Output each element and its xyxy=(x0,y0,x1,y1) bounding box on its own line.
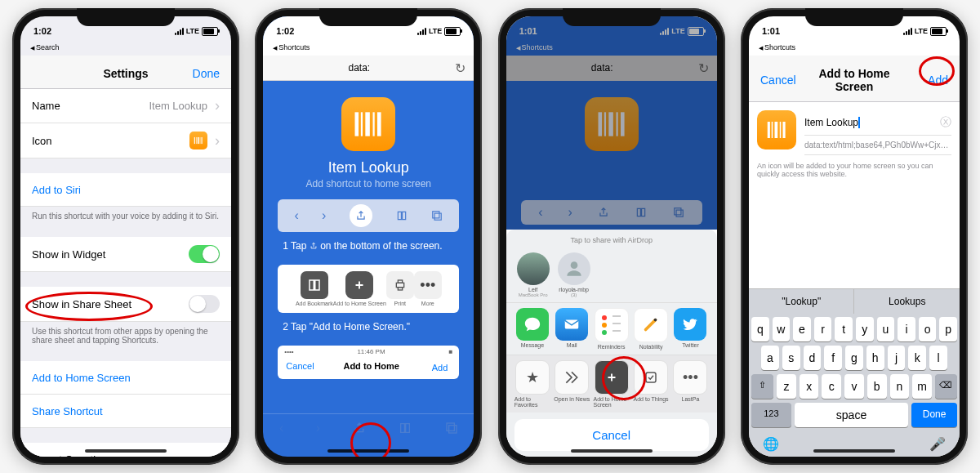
key-h[interactable]: h xyxy=(866,346,884,370)
row-add-siri[interactable]: Add to Siri xyxy=(20,173,231,207)
airdrop-target[interactable]: rloyola-mbp (3) xyxy=(555,252,593,297)
more-icon: ••• xyxy=(414,271,442,299)
action-lastpass[interactable]: •••LastPa xyxy=(672,360,708,408)
barcode-icon xyxy=(757,110,796,149)
key-k[interactable]: k xyxy=(908,346,926,370)
app-twitter[interactable]: Twitter xyxy=(672,308,708,350)
svg-rect-1 xyxy=(196,137,197,144)
action-add-home[interactable]: Add to Home Screen xyxy=(593,360,629,408)
cancel-button[interactable]: Cancel xyxy=(760,74,805,87)
clear-icon[interactable]: ⓧ xyxy=(940,115,951,130)
phone-2: 1:02 LTE Shortcuts data: ↻ Item Lookup A… xyxy=(255,8,482,465)
row-widget[interactable]: Show in Widget xyxy=(20,237,231,272)
svg-rect-9 xyxy=(377,112,381,136)
key-g[interactable]: g xyxy=(845,346,863,370)
page-title: Add to Home Screen xyxy=(805,67,903,93)
key-p[interactable]: p xyxy=(939,317,957,341)
svg-rect-15 xyxy=(447,423,454,431)
phone-1: 1:02 LTE Search Settings Done Name Item … xyxy=(12,8,239,465)
row-share-shortcut[interactable]: Share Shortcut xyxy=(20,395,231,428)
key-s[interactable]: s xyxy=(782,346,800,370)
barcode-icon xyxy=(585,97,639,151)
page-title: Item Lookup xyxy=(263,159,474,176)
svg-rect-0 xyxy=(194,137,195,144)
reload-icon[interactable]: ↻ xyxy=(455,60,466,76)
shift-key[interactable]: ⇧ xyxy=(751,374,773,399)
key-j[interactable]: j xyxy=(888,346,906,370)
space-key[interactable]: space xyxy=(795,403,908,427)
key-m[interactable]: m xyxy=(912,374,932,399)
svg-rect-11 xyxy=(434,213,441,220)
back-to-search[interactable]: Search xyxy=(30,43,59,51)
done-button[interactable]: Done xyxy=(175,67,220,80)
keyboard[interactable]: qwertyuiop asdfghjkl ⇧ zxcvbnm ⌫ 123 spa… xyxy=(749,314,960,457)
key-a[interactable]: a xyxy=(761,346,779,370)
key-v[interactable]: v xyxy=(844,374,864,399)
svg-rect-12 xyxy=(396,283,403,287)
phone-3: 1:01 LTE Shortcuts data: ↻ ‹› xyxy=(498,8,725,465)
key-l[interactable]: l xyxy=(929,346,947,370)
row-name[interactable]: Name Item Lookup xyxy=(20,89,231,123)
mini-share-sheet: Add Bookmark Add to Home Screen Print ••… xyxy=(278,265,459,313)
safari-toolbar: ‹ › xyxy=(263,413,474,442)
airdrop-target[interactable]: Leif MacBook Pro xyxy=(514,252,552,297)
page-title: Settings xyxy=(77,67,175,80)
url-field: data:text/html;base64,PGh0bWw+Cjx… xyxy=(804,136,951,155)
tabs-icon[interactable] xyxy=(445,422,458,435)
mic-icon[interactable]: 🎤 xyxy=(929,436,946,452)
key-o[interactable]: o xyxy=(919,317,937,341)
svg-point-24 xyxy=(570,261,577,269)
barcode-icon xyxy=(341,97,395,151)
toggle-widget[interactable] xyxy=(189,245,220,263)
backspace-key[interactable]: ⌫ xyxy=(935,374,957,399)
globe-icon[interactable]: 🌐 xyxy=(763,436,779,452)
key-d[interactable]: d xyxy=(804,346,822,370)
svg-rect-28 xyxy=(768,122,770,138)
numbers-key[interactable]: 123 xyxy=(751,403,791,427)
svg-rect-19 xyxy=(608,112,613,136)
back-to-shortcuts[interactable]: Shortcuts xyxy=(273,43,310,51)
svg-rect-25 xyxy=(565,320,579,329)
toggle-share-sheet[interactable] xyxy=(189,295,220,313)
done-key[interactable]: Done xyxy=(911,403,957,427)
bookmarks-icon[interactable] xyxy=(398,422,412,435)
key-t[interactable]: t xyxy=(835,317,853,341)
bookmarks-icon xyxy=(395,210,408,221)
row-add-home[interactable]: Add to Home Screen xyxy=(20,361,231,395)
key-e[interactable]: e xyxy=(793,317,811,341)
name-field[interactable]: Item Lookup ⓧ xyxy=(804,110,951,136)
forward-icon[interactable]: › xyxy=(316,421,320,435)
key-i[interactable]: i xyxy=(898,317,915,341)
back-icon[interactable]: ‹ xyxy=(279,421,283,435)
key-c[interactable]: c xyxy=(822,374,841,399)
key-b[interactable]: b xyxy=(867,374,887,399)
key-x[interactable]: x xyxy=(800,374,819,399)
key-z[interactable]: z xyxy=(777,374,796,399)
key-y[interactable]: y xyxy=(856,317,874,341)
key-q[interactable]: q xyxy=(751,317,769,341)
key-w[interactable]: w xyxy=(773,317,791,341)
key-f[interactable]: f xyxy=(824,346,842,370)
key-r[interactable]: r xyxy=(814,317,832,341)
svg-rect-10 xyxy=(433,212,439,218)
url-field[interactable]: data: xyxy=(271,62,447,74)
svg-rect-31 xyxy=(780,122,782,138)
tabs-icon xyxy=(431,210,443,221)
cancel-button[interactable]: Cancel xyxy=(514,419,709,451)
add-button[interactable]: Add xyxy=(903,74,948,87)
app-notability[interactable]: Notability xyxy=(633,308,669,350)
action-things[interactable]: Add to Things xyxy=(633,360,669,408)
app-reminders[interactable]: Reminders xyxy=(593,308,629,350)
app-mail[interactable]: Mail xyxy=(554,308,590,350)
row-share-sheet[interactable]: Show in Share Sheet xyxy=(20,287,231,322)
share-icon[interactable] xyxy=(353,421,366,435)
svg-rect-17 xyxy=(598,112,602,136)
row-icon[interactable]: Icon xyxy=(20,123,231,158)
action-favorites[interactable]: ★Add to Favorites xyxy=(514,360,550,408)
key-n[interactable]: n xyxy=(890,374,910,399)
svg-rect-13 xyxy=(398,280,402,283)
key-u[interactable]: u xyxy=(877,317,895,341)
app-message[interactable]: Message xyxy=(514,308,550,350)
svg-rect-29 xyxy=(772,122,773,138)
action-news[interactable]: Open in News xyxy=(554,360,590,408)
